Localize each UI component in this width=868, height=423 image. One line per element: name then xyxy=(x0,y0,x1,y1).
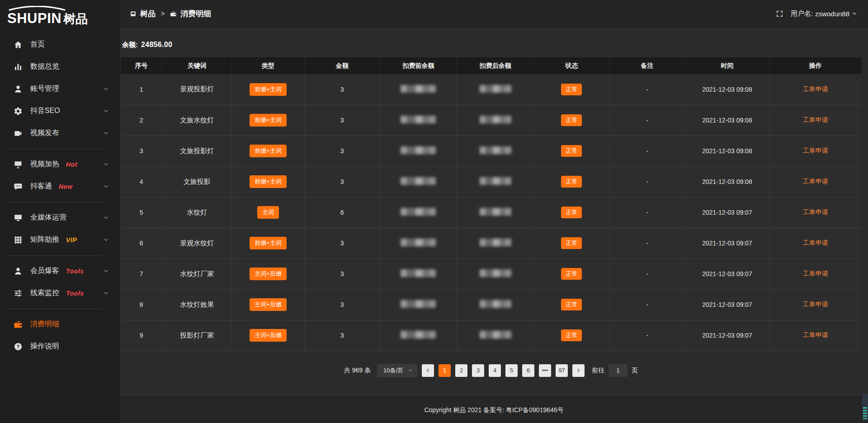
work-order-link[interactable]: 工单申请 xyxy=(803,239,828,246)
seq-cell: 2 xyxy=(121,105,162,136)
page-size-value: 10条/页 xyxy=(383,367,403,375)
page-button-2[interactable]: 2 xyxy=(455,364,467,377)
type-cell: 主词+后缀 xyxy=(232,289,305,320)
action-cell: 工单申请 xyxy=(769,74,861,105)
sidebar-item-账号管理[interactable]: 账号管理 xyxy=(0,78,120,100)
chat-widget[interactable] xyxy=(862,394,868,420)
sidebar-item-数据总览[interactable]: 数据总览 xyxy=(0,56,120,78)
balance-before-redacted xyxy=(401,300,436,308)
fullscreen-icon[interactable] xyxy=(776,10,783,18)
page-size-select[interactable]: 10条/页 xyxy=(377,364,417,377)
page-button-3[interactable]: 3 xyxy=(472,364,484,377)
balance-after-cell xyxy=(457,74,534,105)
sidebar-item-视频加热[interactable]: 视频加热Hot xyxy=(0,153,120,175)
page-button-6[interactable]: 6 xyxy=(522,364,534,377)
sidebar-item-操作说明[interactable]: ?操作说明 xyxy=(0,335,120,357)
work-order-link[interactable]: 工单申请 xyxy=(803,116,828,123)
time-cell: 2021-12-03 09:07 xyxy=(685,258,769,289)
remark-cell: - xyxy=(609,289,685,320)
more-pages-button[interactable]: ••• xyxy=(539,364,551,377)
time-cell: 2021-12-03 09:08 xyxy=(685,166,769,197)
column-header: 序号 xyxy=(121,57,162,74)
seq-cell: 9 xyxy=(121,320,162,351)
remark-cell: - xyxy=(609,197,685,228)
table-row: 3文旅投影灯前缀+主词3正常-2021-12-03 09:08工单申请 xyxy=(121,136,861,166)
time-cell: 2021-12-03 09:07 xyxy=(685,197,769,228)
sidebar-item-首页[interactable]: 首页 xyxy=(0,33,120,56)
time-cell: 2021-12-03 09:08 xyxy=(685,136,769,166)
next-page-button[interactable] xyxy=(572,364,585,377)
sidebar-item-label: 视频加热 xyxy=(30,160,59,169)
table-row: 2文旅水纹灯前缀+主词3正常-2021-12-03 09:08工单申请 xyxy=(121,105,861,136)
work-order-link[interactable]: 工单申请 xyxy=(803,331,828,338)
sidebar-item-消费明细[interactable]: 消费明细 xyxy=(0,313,120,335)
balance-before-redacted xyxy=(401,116,436,123)
sidebar-item-label: 矩阵助推 xyxy=(30,235,59,244)
page-button-97[interactable]: 97 xyxy=(556,364,568,377)
type-cell: 前缀+主词 xyxy=(232,105,305,136)
balance-before-redacted xyxy=(401,269,436,277)
column-header: 扣费后余额 xyxy=(457,57,534,74)
status-badge: 正常 xyxy=(561,114,582,126)
work-order-link[interactable]: 工单申请 xyxy=(803,85,828,93)
seq-cell: 1 xyxy=(121,74,162,105)
balance-label: 余额: xyxy=(122,41,138,49)
wallet-icon xyxy=(170,10,177,17)
work-order-link[interactable]: 工单申请 xyxy=(803,178,828,185)
sidebar-item-抖音SEO[interactable]: 抖音SEO xyxy=(0,100,120,122)
balance-after-redacted xyxy=(480,269,511,277)
logo[interactable]: SHUPIN树品 xyxy=(0,0,120,29)
sidebar-item-全媒体运营[interactable]: 全媒体运营 xyxy=(0,207,120,229)
page-buttons: 123456•••97 xyxy=(439,364,568,377)
time-cell: 2021-12-03 09:08 xyxy=(685,105,769,136)
keyword-cell: 景观投影灯 xyxy=(162,74,232,105)
action-cell: 工单申请 xyxy=(769,258,861,289)
balance-before-redacted xyxy=(401,146,436,154)
seq-cell: 6 xyxy=(121,228,162,258)
work-order-link[interactable]: 工单申请 xyxy=(803,208,828,216)
sidebar-item-矩阵助推[interactable]: 矩阵助推VIP xyxy=(0,229,120,251)
balance-after-redacted xyxy=(480,331,511,338)
status-badge: 正常 xyxy=(561,84,582,95)
amount-cell: 6 xyxy=(304,197,380,228)
seq-cell: 4 xyxy=(121,166,162,197)
column-header: 类型 xyxy=(232,57,305,74)
balance-value: 24856.00 xyxy=(141,41,172,49)
sidebar-item-会员爆客[interactable]: 会员爆客Tools xyxy=(0,260,120,282)
action-cell: 工单申请 xyxy=(769,289,861,320)
action-cell: 工单申请 xyxy=(769,228,861,258)
sidebar-divider xyxy=(8,255,102,256)
page-button-5[interactable]: 5 xyxy=(505,364,518,377)
status-cell: 正常 xyxy=(534,166,609,197)
balance-before-cell xyxy=(380,74,457,105)
goto-page-input[interactable] xyxy=(609,364,627,377)
copyright-text: Copyright 树品 2021 备案号: 粤ICP备09019646号 xyxy=(424,406,563,414)
user-menu[interactable]: 用户名: zswodun88 xyxy=(791,9,857,18)
page-button-1[interactable]: 1 xyxy=(439,364,451,377)
sidebar-item-抖客通[interactable]: 抖客通New xyxy=(0,175,120,197)
shupin-logo: SHUPIN树品 xyxy=(7,6,88,27)
sidebar-item-线索监控[interactable]: 线索监控Tools xyxy=(0,282,120,304)
status-cell: 正常 xyxy=(534,289,609,320)
keyword-cell: 投影灯厂家 xyxy=(162,320,232,351)
status-badge: 正常 xyxy=(561,329,582,341)
bar-chart-icon xyxy=(14,62,23,71)
balance-before-redacted xyxy=(401,85,436,93)
status-badge: 正常 xyxy=(561,176,582,188)
work-order-link[interactable]: 工单申请 xyxy=(803,270,828,277)
sidebar-item-视频发布[interactable]: 视频发布 xyxy=(0,122,120,144)
breadcrumb-item-消费明细[interactable]: 消费明细 xyxy=(170,9,211,19)
breadcrumb-label: 消费明细 xyxy=(180,9,211,19)
breadcrumb-item-树品[interactable]: 树品 xyxy=(130,9,156,19)
app-icon xyxy=(130,10,137,17)
page-button-4[interactable]: 4 xyxy=(489,364,501,377)
work-order-link[interactable]: 工单申请 xyxy=(803,301,828,308)
balance-after-redacted xyxy=(480,85,511,93)
type-badge: 主词+后缀 xyxy=(250,298,287,311)
user-icon xyxy=(14,85,23,94)
column-header: 操作 xyxy=(769,57,861,74)
prev-page-button[interactable] xyxy=(422,364,434,377)
work-order-link[interactable]: 工单申请 xyxy=(803,147,828,154)
sidebar-item-label: 消费明细 xyxy=(30,320,59,329)
chevron-down-icon xyxy=(103,86,109,92)
